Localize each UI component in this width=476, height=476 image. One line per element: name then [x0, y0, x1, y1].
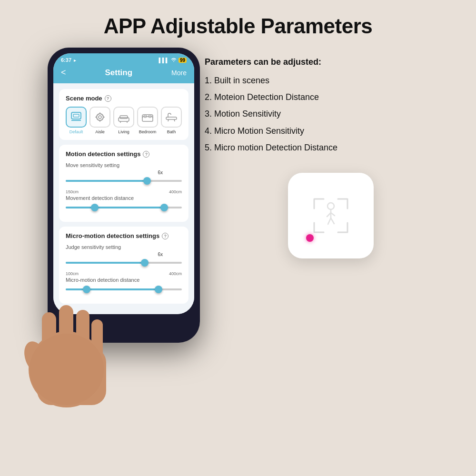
- scene-aisle-icon: [89, 107, 110, 128]
- status-bar: 6:37 ▸ ▌▌▌ 99: [53, 53, 194, 65]
- scene-mode-title: Scene mode ?: [66, 95, 182, 102]
- svg-rect-0: [71, 112, 81, 119]
- param-2-text: Moteion Detection Distance: [214, 92, 319, 102]
- svg-point-3: [97, 114, 103, 120]
- scene-mode-card: Scene mode ?: [59, 89, 188, 140]
- more-button[interactable]: More: [171, 69, 187, 77]
- scene-bedroom-icon: [137, 107, 158, 128]
- param-5-text: Micro motion Detection Distance: [214, 143, 337, 152]
- hand-image: [14, 265, 119, 409]
- scene-living-label: Living: [118, 129, 129, 134]
- param-3: 3. Motion Sensitivity: [205, 108, 457, 120]
- param-1-text: Built in scenes: [214, 76, 269, 85]
- svg-point-27: [327, 203, 334, 209]
- motion-detection-card: Motion detection settings ? Move sensiti…: [59, 145, 188, 222]
- param-2: 2. Moteion Detection Distance: [205, 91, 457, 103]
- sensitivity-value: 6x: [66, 170, 182, 175]
- back-button[interactable]: <: [61, 68, 66, 78]
- device-sensor: [288, 173, 374, 258]
- scene-bedroom[interactable]: Bedroom: [137, 107, 158, 134]
- scene-bedroom-label: Bedroom: [139, 129, 157, 134]
- judge-sensitivity-label: Judge sensitivity setting: [66, 244, 182, 250]
- wifi-icon: [171, 57, 177, 63]
- scene-living-icon: [113, 107, 134, 128]
- distance-label: Movement detection distance: [66, 195, 182, 201]
- scene-default-icon: [66, 107, 87, 128]
- svg-line-18: [174, 119, 175, 121]
- svg-line-17: [168, 119, 169, 121]
- scene-bath-label: Bath: [167, 129, 176, 134]
- parameters-section: Parameters can be adjusted: 1. Built in …: [190, 48, 462, 268]
- param-5-number: 5.: [205, 143, 214, 152]
- scene-icons-row: Default: [66, 107, 182, 134]
- param-4-number: 4.: [205, 126, 214, 136]
- judge-sensitivity-value: 6x: [66, 252, 182, 257]
- status-time: 6:37 ▸: [61, 57, 76, 63]
- params-intro: Parameters can be adjusted:: [205, 57, 457, 67]
- svg-rect-1: [73, 114, 79, 117]
- param-4: 4. Micro Motion Sensitivity: [205, 125, 457, 137]
- scene-living[interactable]: Living: [113, 107, 134, 134]
- scene-bath-icon: [161, 107, 182, 128]
- motion-detection-title: Motion detection settings ?: [66, 150, 182, 158]
- distance-range-labels: 150cm 400cm: [66, 189, 182, 194]
- param-1: 1. Built in scenes: [205, 75, 457, 87]
- scene-default[interactable]: Default: [66, 107, 87, 134]
- app-header: < Setting More: [53, 65, 194, 83]
- svg-point-4: [99, 116, 101, 119]
- device-led: [306, 234, 314, 242]
- svg-rect-16: [166, 117, 177, 119]
- motion-sensor-icon: [307, 192, 355, 239]
- scene-bath[interactable]: Bath: [161, 107, 182, 134]
- param-2-number: 2.: [205, 92, 214, 102]
- svg-rect-10: [120, 116, 128, 119]
- param-1-number: 1.: [205, 76, 214, 85]
- sensitivity-label: Move sensitivity setting: [66, 162, 182, 168]
- scene-default-label: Default: [69, 129, 83, 134]
- micro-help-icon[interactable]: ?: [162, 233, 169, 239]
- distance-slider[interactable]: [66, 203, 182, 212]
- param-4-text: Micro Motion Sensitivity: [214, 126, 304, 136]
- page-title: APP Adjustable Parameters: [0, 0, 476, 48]
- scene-aisle-label: Aisle: [95, 129, 105, 134]
- screen-title: Setting: [105, 68, 133, 78]
- scene-help-icon[interactable]: ?: [105, 95, 111, 102]
- battery-indicator: 99: [178, 58, 187, 63]
- signal-icon: ▌▌▌: [159, 58, 169, 63]
- micro-motion-title: Micro-motion detection settings ?: [66, 232, 182, 239]
- scene-aisle[interactable]: Aisle: [89, 107, 110, 134]
- param-3-text: Motion Sensitivity: [214, 109, 281, 119]
- param-3-number: 3.: [205, 109, 214, 119]
- motion-help-icon[interactable]: ?: [143, 151, 149, 158]
- svg-point-26: [30, 334, 104, 405]
- param-5: 5. Micro motion Detection Distance: [205, 142, 457, 154]
- sensitivity-slider[interactable]: [66, 176, 182, 186]
